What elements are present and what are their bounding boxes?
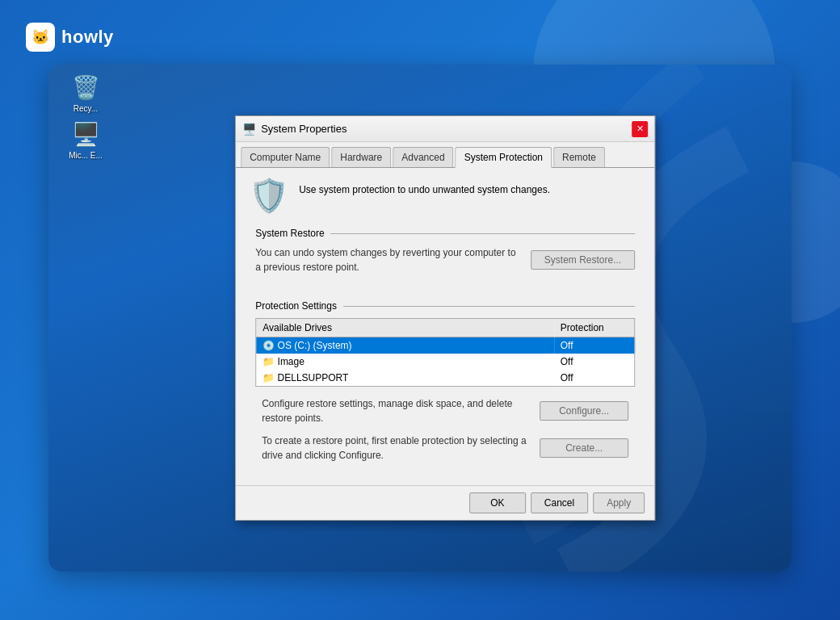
tab-system-protection[interactable]: System Protection — [456, 147, 552, 168]
drive-row-c[interactable]: 💿 OS (C:) (System) Off — [256, 337, 635, 354]
recycle-bin-icon: 🗑️ Recy... — [61, 73, 110, 113]
drives-table-body: 💿 OS (C:) (System) Off 📁 Image — [256, 337, 635, 387]
protection-settings-title: Protection Settings — [255, 300, 337, 312]
apply-button[interactable]: Apply — [593, 492, 645, 513]
dialog-title: 🖥️ System Properties — [242, 123, 346, 136]
dialog-title-icon: 🖥️ — [242, 123, 256, 136]
system-restore-description: You can undo system changes by reverting… — [255, 245, 521, 274]
system-restore-button[interactable]: System Restore... — [531, 250, 635, 270]
configure-button[interactable]: Configure... — [540, 401, 628, 421]
desktop-area: 🗑️ Recy... 🖥️ Mic... E... 🖥️ System Prop… — [48, 65, 792, 572]
computer-image: 🖥️ — [71, 119, 100, 149]
howly-brand-name: howly — [61, 27, 114, 48]
info-text: Use system protection to undo unwanted s… — [299, 179, 550, 197]
create-text: To create a restore point, first enable … — [262, 434, 530, 463]
info-section: 🛡️ Use system protection to undo unwante… — [249, 179, 641, 212]
drive-row-image[interactable]: 📁 Image Off — [256, 354, 635, 370]
recycle-bin-label: Recy... — [74, 104, 98, 113]
system-restore-title: System Restore — [255, 228, 324, 239]
tab-computer-name[interactable]: Computer Name — [241, 147, 330, 167]
drive-image-icon: 📁 — [262, 356, 275, 367]
create-button[interactable]: Create... — [540, 438, 628, 458]
howly-header: 🐱 howly — [26, 23, 114, 52]
configure-text: Configure restore settings, manage disk … — [262, 396, 530, 425]
dialog-tabs: Computer Name Hardware Advanced System P… — [236, 142, 654, 168]
desktop-icons: 🗑️ Recy... 🖥️ Mic... E... — [61, 73, 110, 160]
tab-remote[interactable]: Remote — [553, 147, 605, 167]
drive-dellsupport-icon: 📁 — [262, 372, 275, 383]
drive-dellsupport-protection: Off — [554, 370, 635, 387]
col-header-drive: Available Drives — [256, 319, 554, 337]
drive-image-name: Image — [278, 356, 304, 367]
dialog-overlay: 🖥️ System Properties ✕ Computer Name Har… — [235, 115, 655, 521]
dialog-titlebar: 🖥️ System Properties ✕ — [236, 116, 654, 142]
drive-c-protection: Off — [554, 337, 635, 354]
tab-hardware[interactable]: Hardware — [331, 147, 391, 167]
dialog-body: 🛡️ Use system protection to undo unwante… — [236, 168, 654, 485]
drive-image-protection: Off — [554, 354, 635, 370]
computer-icon: 🖥️ Mic... E... — [61, 119, 110, 160]
system-restore-section: System Restore You can undo system chang… — [249, 224, 641, 284]
dialog-title-text: System Properties — [261, 123, 346, 135]
howly-logo-icon: 🐱 — [32, 28, 49, 46]
protection-settings-line — [343, 306, 635, 307]
ok-button[interactable]: OK — [469, 492, 526, 513]
system-restore-content: You can undo system changes by reverting… — [255, 245, 635, 274]
drives-table: Available Drives Protection 💿 OS (C:) (S… — [255, 318, 635, 387]
cancel-button[interactable]: Cancel — [531, 492, 588, 513]
system-restore-line — [331, 233, 636, 234]
recycle-bin-image: 🗑️ — [71, 73, 100, 102]
protection-settings-header: Protection Settings — [255, 300, 635, 312]
dialog-close-button[interactable]: ✕ — [632, 121, 648, 137]
computer-label: Mic... E... — [69, 151, 103, 160]
protection-icon: 🛡️ — [249, 179, 289, 212]
drive-c-name: OS (C:) (System) — [278, 340, 352, 351]
dialog-footer: OK Cancel Apply — [236, 485, 654, 520]
create-section: To create a restore point, first enable … — [255, 434, 635, 463]
drive-c-icon: 💿 — [262, 340, 275, 351]
howly-logo: 🐱 — [26, 23, 55, 52]
drive-dellsupport-name: DELLSUPPORT — [278, 372, 349, 383]
col-header-protection: Protection — [554, 319, 635, 337]
configure-section: Configure restore settings, manage disk … — [255, 396, 635, 425]
tab-advanced[interactable]: Advanced — [393, 147, 453, 167]
protection-settings-section: Protection Settings Available Drives Pro… — [249, 297, 641, 463]
drive-row-dellsupport[interactable]: 📁 DELLSUPPORT Off — [256, 370, 635, 387]
system-properties-dialog: 🖥️ System Properties ✕ Computer Name Har… — [235, 115, 655, 521]
system-restore-header: System Restore — [255, 228, 635, 239]
